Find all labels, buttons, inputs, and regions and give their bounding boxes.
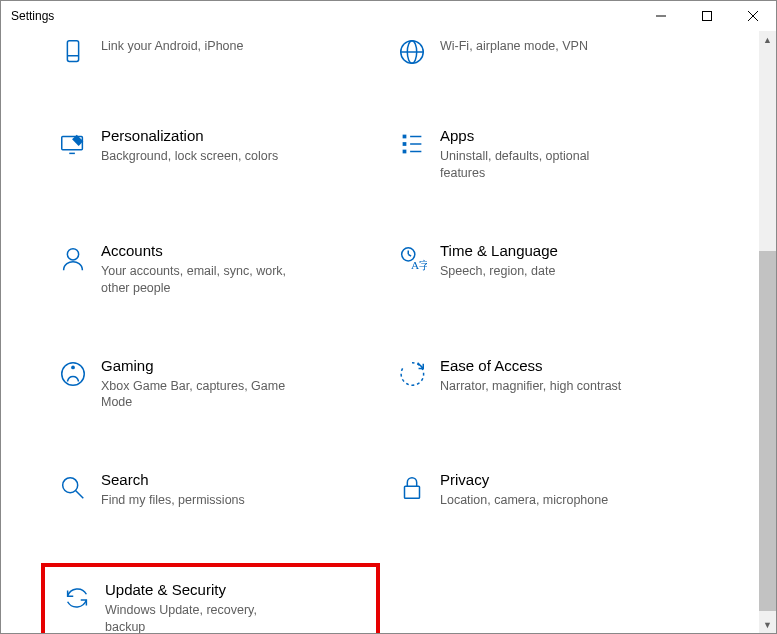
tile-title: Privacy bbox=[440, 471, 608, 489]
apps-icon bbox=[388, 127, 436, 159]
close-button[interactable] bbox=[730, 1, 776, 31]
tile-desc: Location, camera, microphone bbox=[440, 492, 608, 509]
tile-title: Gaming bbox=[101, 357, 287, 375]
window-title: Settings bbox=[11, 9, 54, 23]
svg-rect-26 bbox=[405, 486, 420, 498]
tile-search[interactable]: Search Find my files, permissions bbox=[41, 465, 380, 515]
tile-desc: Background, lock screen, colors bbox=[101, 148, 278, 165]
update-icon bbox=[53, 581, 101, 613]
tile-apps[interactable]: Apps Uninstall, defaults, optional featu… bbox=[380, 121, 719, 188]
search-icon bbox=[49, 471, 97, 503]
maximize-icon bbox=[702, 11, 712, 21]
scroll-up-arrow[interactable]: ▲ bbox=[759, 31, 776, 48]
tile-title: Update & Security bbox=[105, 581, 291, 599]
svg-point-17 bbox=[67, 248, 78, 259]
ease-of-access-icon bbox=[388, 357, 436, 389]
minimize-icon bbox=[656, 11, 666, 21]
vertical-scrollbar[interactable]: ▲ ▼ bbox=[759, 31, 776, 633]
gaming-icon bbox=[49, 357, 97, 389]
tile-desc: Narrator, magnifier, high contrast bbox=[440, 378, 621, 395]
settings-content: Link your Android, iPhone Wi-Fi, airplan… bbox=[1, 31, 759, 633]
svg-rect-15 bbox=[403, 150, 407, 154]
tile-network[interactable]: Wi-Fi, airplane mode, VPN bbox=[380, 31, 719, 73]
tile-desc: Uninstall, defaults, optional features bbox=[440, 148, 626, 182]
tile-update-security[interactable]: Update & Security Windows Update, recove… bbox=[41, 563, 380, 633]
tile-desc: Your accounts, email, sync, work, other … bbox=[101, 263, 287, 297]
tile-accounts[interactable]: Accounts Your accounts, email, sync, wor… bbox=[41, 236, 380, 303]
tile-desc: Windows Update, recovery, backup bbox=[105, 602, 291, 633]
tile-title: Personalization bbox=[101, 127, 278, 145]
time-language-icon: A字 bbox=[388, 242, 436, 274]
maximize-button[interactable] bbox=[684, 1, 730, 31]
lock-icon bbox=[388, 471, 436, 503]
svg-text:A字: A字 bbox=[411, 259, 427, 271]
tile-ease-of-access[interactable]: Ease of Access Narrator, magnifier, high… bbox=[380, 351, 719, 418]
tile-personalization[interactable]: Personalization Background, lock screen,… bbox=[41, 121, 380, 188]
scroll-thumb[interactable] bbox=[759, 251, 776, 611]
tile-gaming[interactable]: Gaming Xbox Game Bar, captures, Game Mod… bbox=[41, 351, 380, 418]
tile-phone[interactable]: Link your Android, iPhone bbox=[41, 31, 380, 73]
svg-rect-11 bbox=[403, 135, 407, 139]
svg-rect-1 bbox=[703, 12, 712, 21]
svg-rect-4 bbox=[67, 41, 78, 62]
svg-point-24 bbox=[63, 478, 78, 493]
svg-line-20 bbox=[408, 254, 411, 256]
tile-desc: Wi-Fi, airplane mode, VPN bbox=[440, 38, 588, 55]
tile-title: Ease of Access bbox=[440, 357, 621, 375]
minimize-button[interactable] bbox=[638, 1, 684, 31]
phone-icon bbox=[49, 35, 97, 67]
person-icon bbox=[49, 242, 97, 274]
tile-title: Apps bbox=[440, 127, 626, 145]
tile-time-language[interactable]: A字 Time & Language Speech, region, date bbox=[380, 236, 719, 303]
tile-desc: Find my files, permissions bbox=[101, 492, 245, 509]
tile-title: Search bbox=[101, 471, 245, 489]
personalization-icon bbox=[49, 127, 97, 159]
tile-desc: Xbox Game Bar, captures, Game Mode bbox=[101, 378, 287, 412]
tile-title: Time & Language bbox=[440, 242, 558, 260]
tile-desc: Speech, region, date bbox=[440, 263, 558, 280]
globe-icon bbox=[388, 35, 436, 67]
title-bar: Settings bbox=[1, 1, 776, 31]
scroll-down-arrow[interactable]: ▼ bbox=[759, 616, 776, 633]
settings-grid: Link your Android, iPhone Wi-Fi, airplan… bbox=[1, 31, 759, 633]
svg-point-23 bbox=[71, 365, 75, 369]
close-icon bbox=[748, 11, 758, 21]
svg-rect-13 bbox=[403, 142, 407, 146]
tile-privacy[interactable]: Privacy Location, camera, microphone bbox=[380, 465, 719, 515]
tile-desc: Link your Android, iPhone bbox=[101, 38, 243, 55]
tile-title: Accounts bbox=[101, 242, 287, 260]
svg-line-25 bbox=[76, 491, 84, 499]
